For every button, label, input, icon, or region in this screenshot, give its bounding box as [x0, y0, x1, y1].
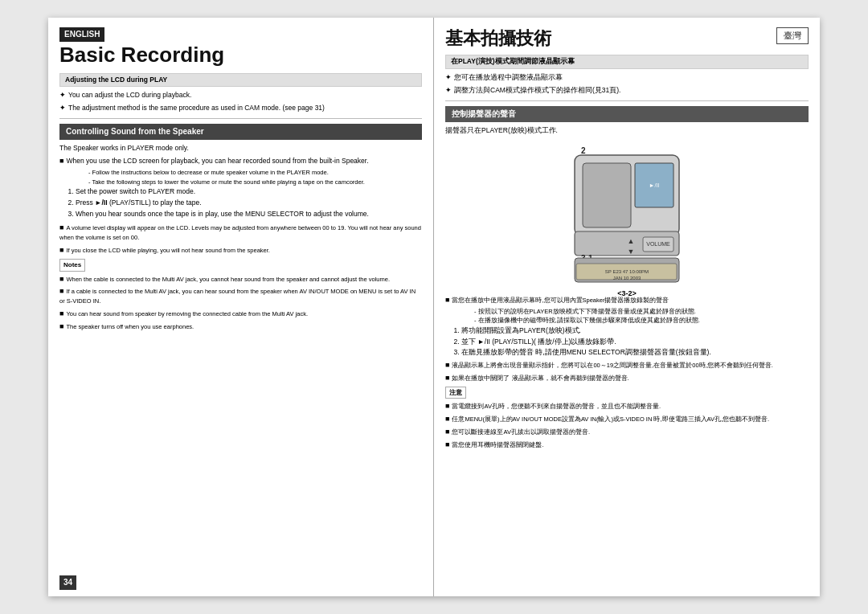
note-4: ■The speaker turns off when you use earp… — [59, 321, 422, 332]
step-2: Press ►/II (PLAY/STILL) to play the tape… — [76, 199, 422, 208]
speaker-sub-2: Take the following steps to lower the vo… — [88, 178, 422, 187]
step-1: Set the power switch to PLAYER mode. — [76, 187, 422, 197]
notes-label: Notes — [59, 259, 85, 271]
lcd-zh-2: ✦調整方法與CAM模式操作模式下的操作相同(見31頁). — [445, 85, 809, 96]
note-1: ■When the cable is connected to the Mult… — [59, 274, 422, 284]
numbered-steps-zh: 將功能開關設置為PLAYER(放映)模式. 並下 ►/II (PLAY/STIL… — [452, 326, 809, 358]
speaker-intro: The Speaker works in PLAYER mode only. — [59, 144, 422, 154]
step-zh-1: 將功能開關設置為PLAYER(放映)模式. — [461, 326, 809, 336]
manual-page: ENGLISH Basic Recording Adjusting the LC… — [48, 18, 820, 596]
zhu-label: 注意 — [445, 387, 466, 399]
page-title-zh: 基本拍攝技術 — [445, 29, 809, 48]
step-zh-2: 並下 ►/II (PLAY/STILL)( 播放/停上)以播放錄影帶. — [461, 338, 809, 347]
zhu-1: ■當電纜接到AV孔時，您便聽不到來自揚聲器的聲音，並且也不能調整音量. — [445, 401, 809, 411]
speaker-sub-1: Follow the instructions below to decreas… — [88, 169, 422, 178]
lcd-zh-1: ✦您可在播放過程中調整液晶顯示幕 — [445, 72, 809, 83]
page-title-en: Basic Recording — [59, 43, 422, 67]
english-badge: ENGLISH — [59, 27, 422, 43]
svg-text:JAN 10 2003: JAN 10 2003 — [613, 276, 641, 280]
svg-text:VOLUME: VOLUME — [646, 241, 670, 247]
lcd-bullet-2: ✦The adjustment method is the same proce… — [59, 103, 422, 113]
note-3: ■You can hear sound from speaker by remo… — [59, 309, 422, 319]
zhu-3: ■您可以斷接連線至AV孔拔出以調取揚聲器的聲音. — [445, 427, 809, 437]
left-column: ENGLISH Basic Recording Adjusting the LC… — [48, 18, 434, 596]
speaker-section-header: Controlling Sound from the Speaker — [59, 124, 422, 140]
svg-text:▼: ▼ — [628, 248, 635, 256]
svg-rect-1 — [583, 163, 631, 227]
lcd-section-zh: 在PLAY(演技)模式期間調節液晶顯示幕 — [445, 55, 809, 69]
vol-zh-2: ■如果在播放中關閉了 液晶顯示幕，就不會再聽到揚聲器的聲音. — [445, 373, 809, 383]
zhu-2: ■任意MENU(展單)上的AV IN/OUT MODE設置為AV IN(輸入)或… — [445, 414, 809, 424]
page-number: 34 — [59, 575, 76, 590]
speaker-intro-zh: 揚聲器只在PLAYER(放映)模式工作. — [445, 126, 809, 136]
svg-text:▲: ▲ — [628, 237, 635, 245]
svg-text:2: 2 — [581, 146, 586, 155]
label-3-2: <3-2> — [617, 289, 637, 297]
svg-text:SP  E23 47  10:00PM: SP E23 47 10:00PM — [605, 269, 649, 274]
speaker-sub-zh-1: 按照以下的說明在PLAYER放映模式下下降揚聲器音量或使其處於靜音的狀態. — [474, 308, 809, 317]
zhu-4: ■當您使用耳機時揚聲器關閉鍵盤. — [445, 440, 809, 450]
camera-diagram: ►/II VOLUME ▲ ▼ 2 3-1 — [567, 139, 687, 292]
taiwan-badge: 臺灣 — [776, 27, 809, 44]
vol-bullet-1: ■A volume level display will appear on t… — [59, 223, 422, 243]
lcd-section-header: Adjusting the LCD during PLAY — [59, 73, 422, 88]
lcd-bullet-1: ✦You can adjust the LCD during playback. — [59, 90, 422, 100]
vol-bullet-2: ■If you close the LCD while playing, you… — [59, 245, 422, 256]
numbered-steps: Set the power switch to PLAYER mode. Pre… — [66, 187, 422, 219]
page-content: ENGLISH Basic Recording Adjusting the LC… — [48, 18, 820, 596]
speaker-bullet-main: ■When you use the LCD screen for playbac… — [59, 156, 422, 166]
note-2: ■If a cable is connected to the Multi AV… — [59, 286, 422, 306]
speaker-section-zh: 控制揚聲器的聲音 — [445, 106, 809, 122]
speaker-sub-zh-2: 在播放攝像機中的磁帶時按,請採取以下幾個步驟來降低或使其處於靜音的狀態. — [474, 317, 809, 325]
step-zh-3: 在聽見播放影帶的聲音 時,請使用MENU SELECTOR調整揚聲器音量(按鈕音… — [461, 348, 809, 358]
vol-zh-1: ■液晶顯示幕上將會出現音量顯示指針，您將可以在00～19之間調整音量,在音量被置… — [445, 360, 809, 370]
step-3: When you hear sounds once the tape is in… — [76, 210, 422, 219]
svg-text:►/II: ►/II — [649, 182, 660, 188]
right-column: 臺灣 基本拍攝技術 在PLAY(演技)模式期間調節液晶顯示幕 ✦您可在播放過程中… — [434, 18, 820, 596]
